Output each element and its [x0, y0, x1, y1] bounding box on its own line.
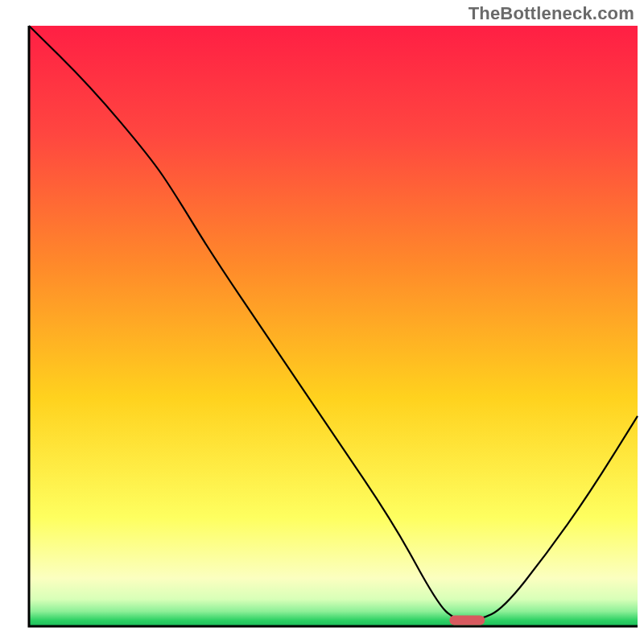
- optimal-marker: [449, 616, 485, 625]
- bottleneck-chart: [0, 0, 644, 644]
- watermark-text: TheBottleneck.com: [469, 3, 634, 24]
- gradient-background: [29, 26, 638, 626]
- chart-container: TheBottleneck.com: [0, 0, 644, 644]
